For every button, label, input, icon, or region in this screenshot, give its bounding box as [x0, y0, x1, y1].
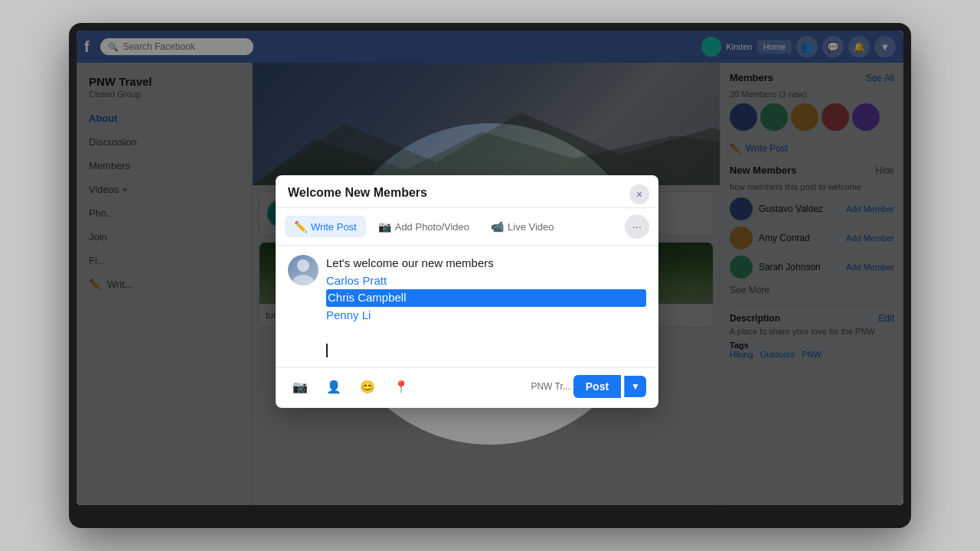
search-input[interactable] [123, 41, 238, 52]
post-button[interactable]: Post [573, 375, 621, 398]
welcome-new-members-modal: Welcome New Members × ✏️ Write Post 📷 Ad… [276, 175, 658, 408]
post-dropdown-button[interactable]: ▼ [624, 376, 646, 397]
group-tag-label: PNW Tr... [531, 381, 570, 392]
tab-live-video-label: Live Video [508, 221, 554, 233]
tag-people-icon[interactable]: 👤 [322, 374, 346, 399]
laptop-frame: f 🔍 Kirsten Home 👥 💬 🔔 ▼ PNW Travel Clos [69, 23, 911, 528]
messages-icon[interactable]: 💬 [822, 36, 844, 57]
member-link-carlos[interactable]: Carlos Pratt [326, 272, 646, 290]
tab-live-video[interactable]: 📹 Live Video [482, 216, 563, 237]
avatar-silhouette [288, 255, 318, 285]
member-link-chris[interactable]: Chris Campbell [326, 289, 646, 307]
modal-post-body: Let's welcome our new members Carlos Pra… [276, 246, 658, 367]
modal-backdrop: Welcome New Members × ✏️ Write Post 📷 Ad… [77, 63, 903, 505]
username-label: Kirsten [726, 42, 752, 51]
text-cursor [326, 344, 328, 357]
modal-close-button[interactable]: × [629, 184, 649, 204]
notifications-icon[interactable]: 🔔 [848, 36, 870, 57]
live-video-icon: 📹 [491, 220, 504, 233]
emoji-icon[interactable]: 😊 [355, 374, 380, 399]
post-author-avatar [288, 255, 318, 285]
svg-point-2 [297, 259, 309, 272]
post-intro-text: Let's welcome our new members [326, 256, 494, 269]
tab-write-post-label: Write Post [311, 221, 357, 233]
footer-icons-group: 📷 👤 😊 📍 [288, 374, 413, 399]
user-avatar[interactable] [701, 37, 721, 57]
write-post-icon: ✏️ [294, 220, 307, 233]
post-content-area[interactable]: Let's welcome our new members Carlos Pra… [326, 255, 646, 358]
facebook-logo-icon: f [84, 38, 90, 56]
facebook-navbar: f 🔍 Kirsten Home 👥 💬 🔔 ▼ [77, 31, 903, 63]
tab-add-photo[interactable]: 📷 Add Photo/Video [369, 216, 479, 237]
modal-tabs: ✏️ Write Post 📷 Add Photo/Video 📹 Live V… [276, 208, 658, 246]
home-button[interactable]: Home [757, 40, 792, 54]
tab-write-post[interactable]: ✏️ Write Post [285, 216, 366, 237]
footer-right-actions: PNW Tr... Post ▼ [531, 375, 646, 398]
tab-add-photo-label: Add Photo/Video [395, 221, 469, 233]
member-link-penny[interactable]: Penny Li [326, 307, 646, 324]
location-icon[interactable]: 📍 [389, 374, 413, 399]
svg-point-3 [292, 275, 314, 285]
photo-video-icon[interactable]: 📷 [288, 374, 312, 399]
modal-title: Welcome New Members [288, 186, 427, 199]
more-options-button[interactable]: ··· [625, 214, 649, 239]
fb-content-area: PNW Travel Closed Group About Discussion… [77, 63, 903, 505]
search-bar[interactable]: 🔍 [100, 38, 253, 55]
modal-header: Welcome New Members × [276, 175, 658, 208]
laptop-screen: f 🔍 Kirsten Home 👥 💬 🔔 ▼ PNW Travel Clos [77, 31, 903, 505]
nav-actions: Kirsten Home 👥 💬 🔔 ▼ [701, 36, 896, 57]
add-photo-icon: 📷 [378, 220, 391, 233]
modal-footer: 📷 👤 😊 📍 PNW Tr... Post ▼ [276, 367, 658, 408]
friends-icon[interactable]: 👥 [796, 36, 818, 57]
settings-icon[interactable]: ▼ [874, 36, 896, 57]
search-icon: 🔍 [108, 42, 119, 52]
